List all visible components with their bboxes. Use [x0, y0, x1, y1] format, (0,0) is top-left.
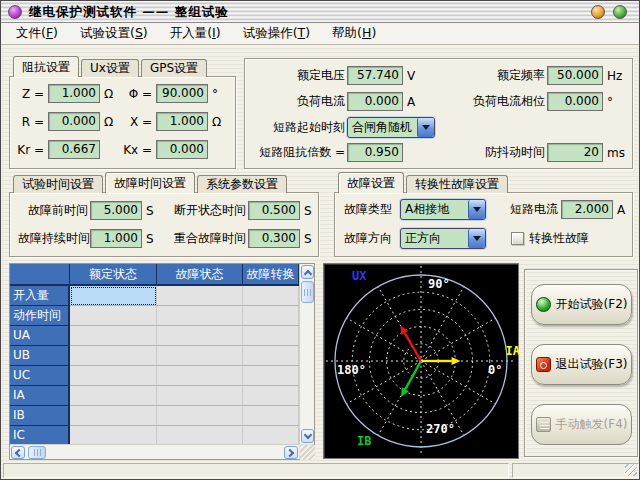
- rated-freq-input[interactable]: 50.000: [547, 66, 603, 85]
- window-title: 继电保护测试软件 —— 整组试验: [29, 4, 229, 21]
- kr-input[interactable]: 0.667: [48, 140, 100, 159]
- table-cell[interactable]: [157, 326, 243, 346]
- rated-freq-unit: Hz: [603, 69, 622, 83]
- table-cell[interactable]: [243, 286, 299, 306]
- menu-test-settings[interactable]: 试验设置(S): [69, 23, 159, 44]
- table-cell[interactable]: [70, 306, 157, 326]
- status-bar-right: [512, 463, 639, 478]
- menu-bar: 文件(F) 试验设置(S) 开入量(I) 试验操作(T) 帮助(H): [1, 23, 639, 45]
- fault-duration-unit: S: [142, 232, 160, 246]
- tab-fault-time-settings[interactable]: 故障时间设置: [105, 172, 195, 193]
- debounce-time-input[interactable]: 20: [547, 143, 603, 162]
- fault-type-select[interactable]: A相接地: [400, 199, 486, 220]
- menu-file[interactable]: 文件(F): [5, 23, 69, 44]
- scroll-down-icon[interactable]: [301, 429, 314, 443]
- z-input[interactable]: 1.000: [48, 84, 100, 103]
- table-cell[interactable]: [157, 346, 243, 366]
- tab-system-param-settings[interactable]: 系统参数设置: [197, 175, 287, 193]
- reclose-fault-time-input[interactable]: 0.300: [248, 229, 300, 248]
- horizontal-scrollbar[interactable]: [10, 444, 299, 459]
- short-start-select[interactable]: 合闸角随机: [347, 117, 435, 138]
- table-cell[interactable]: [70, 366, 157, 386]
- resize-grip[interactable]: [625, 464, 637, 476]
- scrollbar-corner: [300, 445, 315, 460]
- table-cell[interactable]: [157, 386, 243, 406]
- transform-fault-checkbox[interactable]: [511, 232, 524, 245]
- table-cell[interactable]: [70, 406, 157, 426]
- chevron-down-icon[interactable]: [417, 118, 434, 137]
- column-header: 故障转换: [243, 264, 299, 286]
- tab-ux-settings[interactable]: Ux设置: [81, 59, 139, 77]
- fault-duration-input[interactable]: 1.000: [90, 229, 142, 248]
- table-cell[interactable]: [70, 346, 157, 366]
- table-cell[interactable]: [157, 426, 243, 444]
- scroll-right-icon[interactable]: [284, 446, 298, 459]
- scroll-left-icon[interactable]: [11, 446, 25, 459]
- table-cell[interactable]: [70, 426, 157, 444]
- x-input[interactable]: 1.000: [156, 112, 208, 131]
- tab-test-time-settings[interactable]: 试验时间设置: [13, 175, 103, 193]
- phi-input[interactable]: 90.000: [156, 84, 208, 103]
- chevron-down-icon[interactable]: [468, 229, 485, 248]
- debounce-time-label: 防抖动时间: [437, 144, 545, 161]
- status-table: 额定状态 故障状态 故障转换 开入量 动作时间 UA: [9, 263, 315, 460]
- tab-gps-settings[interactable]: GPS设置: [141, 59, 207, 77]
- tab-transform-fault-settings[interactable]: 转换性故障设置: [406, 175, 508, 193]
- table-cell-selected[interactable]: [70, 286, 157, 306]
- table-cell[interactable]: [157, 366, 243, 386]
- table-cell[interactable]: [157, 306, 243, 326]
- start-test-button[interactable]: 开始试验(F2): [531, 284, 632, 325]
- menu-binary-input[interactable]: 开入量(I): [159, 23, 232, 44]
- debounce-time-unit: ms: [603, 146, 625, 160]
- vertical-scroll-thumb[interactable]: [301, 281, 314, 303]
- exit-test-button[interactable]: 退出试验(F3): [531, 344, 632, 385]
- rated-freq-label: 额定频率: [437, 67, 545, 84]
- table-cell[interactable]: [243, 406, 299, 426]
- table-cell[interactable]: [157, 406, 243, 426]
- scroll-up-icon[interactable]: [301, 265, 314, 279]
- table-cell[interactable]: [70, 326, 157, 346]
- tab-impedance-settings[interactable]: 阻抗设置: [13, 56, 79, 77]
- vertical-scrollbar[interactable]: [299, 264, 314, 444]
- r-input[interactable]: 0.000: [48, 112, 100, 131]
- open-state-time-input[interactable]: 0.500: [248, 201, 300, 220]
- minimize-orb-icon[interactable]: [591, 5, 605, 19]
- table-cell[interactable]: [243, 366, 299, 386]
- chevron-down-icon[interactable]: [468, 200, 485, 219]
- pre-fault-time-label: 故障前时间: [18, 202, 88, 219]
- load-current-input[interactable]: 0.000: [347, 92, 403, 111]
- pre-fault-time-input[interactable]: 5.000: [90, 201, 142, 220]
- menu-test-operation[interactable]: 试验操作(T): [232, 23, 321, 44]
- x-label: X =: [122, 115, 152, 129]
- table-row-header: IC: [10, 426, 70, 444]
- load-current-unit: A: [403, 95, 437, 109]
- table-cell[interactable]: [243, 326, 299, 346]
- table-cell[interactable]: [157, 286, 243, 306]
- exit-test-label: 退出试验(F3): [556, 356, 628, 373]
- fault-panel: 故障类型 A相接地 短路电流 2.000 A 故障方向 正方向 转换性故障: [334, 192, 633, 257]
- start-icon: [536, 297, 551, 312]
- table-cell[interactable]: [70, 386, 157, 406]
- table-row-header: UC: [10, 366, 70, 386]
- rated-voltage-input[interactable]: 57.740: [347, 66, 403, 85]
- kx-input[interactable]: 0.000: [156, 140, 208, 159]
- short-impedance-ratio-input[interactable]: 0.950: [347, 143, 403, 162]
- table-header-row: 额定状态 故障状态 故障转换: [10, 264, 299, 286]
- close-orb-icon[interactable]: [613, 5, 627, 19]
- angle-label-90: 90°: [428, 277, 450, 291]
- table-cell[interactable]: [243, 306, 299, 326]
- table-cell[interactable]: [243, 386, 299, 406]
- table-cell[interactable]: [243, 346, 299, 366]
- horizontal-scroll-thumb[interactable]: [28, 446, 46, 459]
- phi-label: Φ =: [122, 87, 152, 101]
- load-current-phase-input[interactable]: 0.000: [547, 92, 603, 111]
- table-cell[interactable]: [243, 426, 299, 444]
- manual-trigger-icon: [536, 417, 551, 432]
- short-current-input[interactable]: 2.000: [561, 200, 613, 219]
- tab-fault-settings[interactable]: 故障设置: [338, 172, 404, 193]
- table-corner-cell: [10, 264, 70, 286]
- table-row: IA: [10, 386, 299, 406]
- menu-help[interactable]: 帮助(H): [321, 23, 387, 44]
- manual-trigger-button: 手动触发(F4): [531, 404, 632, 445]
- fault-direction-select[interactable]: 正方向: [400, 228, 486, 249]
